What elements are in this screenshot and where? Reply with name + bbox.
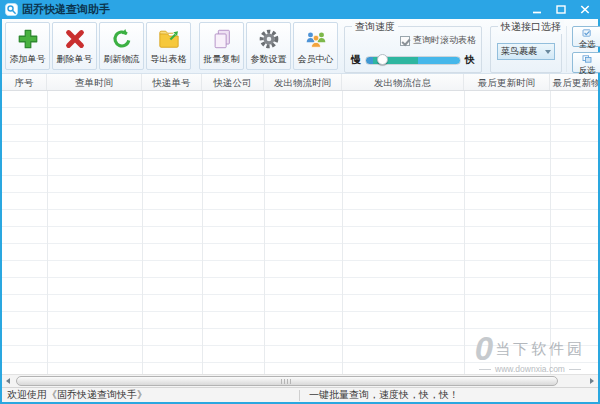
speed-slider-thumb[interactable] — [377, 54, 388, 65]
query-speed-group: 查询速度 查询时滚动表格 慢 快 — [344, 26, 482, 73]
add-plus-icon — [17, 27, 39, 52]
window-controls — [526, 2, 595, 17]
toolbar-buttons: 添加单号删除单号刷新物流导出表格批量复制参数设置会员中心 — [5, 22, 340, 70]
delete-order-button[interactable]: 删除单号 — [52, 22, 97, 70]
maximize-button[interactable] — [550, 2, 571, 17]
column-divider — [264, 91, 265, 374]
column-header-1[interactable]: 查单时间 — [47, 74, 142, 90]
delete-x-icon — [64, 27, 86, 52]
scroll-table-checkbox-label: 查询时滚动表格 — [413, 34, 476, 47]
express-interface-select[interactable]: 菜鸟裹裹 — [497, 43, 555, 60]
scroll-table-checkbox[interactable] — [400, 36, 410, 46]
export-table-button[interactable]: 导出表格 — [146, 22, 191, 70]
express-interface-group: 快递接口选择 菜鸟裹裹 — [490, 26, 562, 73]
add-order-button[interactable]: 添加单号 — [5, 22, 50, 70]
scroll-table-option: 查询时滚动表格 — [350, 34, 476, 47]
gear-icon — [258, 27, 280, 52]
column-header-6[interactable]: 最后更新时间 — [464, 74, 550, 90]
minimize-button[interactable] — [526, 2, 547, 17]
status-bar: 欢迎使用《固乔快递查询快手》 一键批量查询，速度快，快，快！ — [2, 387, 598, 402]
select-all-icon — [582, 24, 592, 40]
column-divider — [142, 91, 143, 374]
window-title: 固乔快递查询助手 — [22, 2, 110, 17]
refresh-logistics-button[interactable]: 刷新物流 — [99, 22, 144, 70]
toolbar-button-label: 删除单号 — [57, 53, 93, 66]
column-divider — [202, 91, 203, 374]
column-header-2[interactable]: 快递单号 — [142, 74, 202, 90]
horizontal-scrollbar[interactable] — [2, 374, 598, 387]
column-header-7[interactable]: 最后更新物流信息 — [550, 74, 598, 90]
app-magnifier-icon — [5, 3, 18, 16]
column-divider — [47, 91, 48, 374]
fast-label: 快 — [465, 53, 475, 67]
selection-buttons: 全选 反选 — [572, 26, 600, 73]
scrollbar-thumb[interactable] — [16, 376, 558, 386]
column-header-4[interactable]: 发出物流时间 — [264, 74, 342, 90]
select-all-button[interactable]: 全选 — [572, 26, 600, 47]
toolbar-button-label: 批量复制 — [204, 53, 240, 66]
member-center-button[interactable]: 会员中心 — [293, 22, 338, 70]
chevron-down-icon — [545, 50, 551, 54]
table-body — [2, 91, 598, 374]
status-welcome-text: 欢迎使用《固乔快递查询快手》 — [2, 388, 299, 402]
column-divider — [464, 91, 465, 374]
members-icon — [305, 27, 327, 52]
speed-slider[interactable] — [365, 56, 461, 65]
express-interface-selected: 菜鸟裹裹 — [501, 45, 537, 58]
select-all-label: 全选 — [579, 40, 596, 49]
scroll-right-arrow[interactable] — [586, 375, 598, 387]
refresh-icon — [111, 27, 133, 52]
query-speed-group-title: 查询速度 — [352, 20, 398, 34]
status-slogan-text: 一键批量查询，速度快，快，快！ — [300, 388, 459, 402]
express-interface-group-title: 快递接口选择 — [498, 20, 564, 34]
toolbar-button-label: 导出表格 — [151, 53, 187, 66]
column-header-0[interactable]: 序号 — [2, 74, 47, 90]
app-window: 固乔快递查询助手 添加单号删除单号刷新物流导出表格批量复制参数设置会员中心 查询… — [0, 0, 600, 404]
scroll-left-arrow[interactable] — [2, 375, 14, 387]
export-folder-icon — [158, 27, 180, 52]
column-divider — [550, 91, 551, 374]
batch-copy-button[interactable]: 批量复制 — [199, 22, 244, 70]
table-header-row: 序号查单时间快递单号快递公司发出物流时间发出物流信息最后更新时间最后更新物流信息 — [2, 74, 598, 91]
toolbar-button-label: 添加单号 — [10, 53, 46, 66]
column-header-5[interactable]: 发出物流信息 — [342, 74, 464, 90]
titlebar: 固乔快递查询助手 — [0, 0, 600, 19]
scrollbar-grip-icon — [281, 379, 292, 384]
results-table: 序号查单时间快递单号快递公司发出物流时间发出物流信息最后更新时间最后更新物流信息… — [2, 74, 598, 387]
toolbar-button-label: 参数设置 — [251, 53, 287, 66]
column-divider — [342, 91, 343, 374]
speed-slider-row: 慢 快 — [351, 53, 475, 67]
toolbar-button-label: 刷新物流 — [104, 53, 140, 66]
toolbar-divider — [566, 26, 567, 72]
toolbar-button-label: 会员中心 — [298, 53, 334, 66]
invert-selection-button[interactable]: 反选 — [572, 52, 600, 73]
slow-label: 慢 — [351, 53, 361, 67]
toolbar: 添加单号删除单号刷新物流导出表格批量复制参数设置会员中心 查询速度 查询时滚动表… — [2, 19, 598, 74]
close-button[interactable] — [574, 2, 595, 17]
copy-pages-icon — [211, 27, 233, 52]
settings-button[interactable]: 参数设置 — [246, 22, 291, 70]
column-header-3[interactable]: 快递公司 — [202, 74, 264, 90]
invert-selection-icon — [582, 50, 592, 66]
